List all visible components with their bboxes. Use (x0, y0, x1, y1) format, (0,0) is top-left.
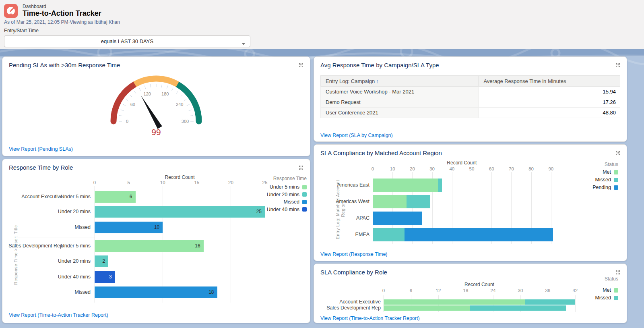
x-tick-label: 50 (464, 166, 480, 171)
legend-swatch (614, 288, 618, 293)
panel-sla-compliance-region: SLA Compliance by Matched Account Region… (314, 144, 627, 261)
filter-value: equals LAST 30 DAYS (101, 38, 153, 44)
x-tick-label: 10 (155, 180, 171, 185)
legend-swatch (302, 192, 307, 197)
legend-swatch (614, 170, 618, 174)
column-header-campaign[interactable]: Entry Log: Campaign ↑ (321, 76, 479, 87)
bar-value-label: 16 (95, 240, 200, 252)
x-tick-label: 36 (540, 288, 556, 293)
bar-value-label: 10 (95, 222, 159, 233)
legend-item[interactable]: Under 5 mins (246, 184, 307, 190)
bar-value-label: 25 (95, 206, 262, 218)
legend-swatch (614, 296, 618, 300)
gauge-needle (141, 95, 162, 129)
x-tick-label: 0 (376, 288, 392, 293)
bar-value-label: 6 (95, 191, 132, 203)
category-label: Missed (38, 286, 91, 298)
bar-segment-missed[interactable] (373, 228, 405, 241)
object-type-label: Dashboard (23, 4, 46, 9)
svg-text:60: 60 (130, 102, 135, 107)
legend-item[interactable]: Met (558, 287, 618, 293)
view-report-link-tta-report-2[interactable]: View Report (Time-to-Action Tracker Repo… (320, 316, 420, 321)
svg-text:180: 180 (161, 91, 169, 96)
panel-title-avg-response-time: Avg Response Time by Campaign/SLA Type (320, 62, 439, 69)
legend-item[interactable]: Missed (246, 199, 307, 205)
category-label: Americas East (305, 182, 369, 188)
expand-icon[interactable] (614, 62, 621, 69)
x-axis-title: Record Count (152, 174, 208, 180)
date-filter-dropdown[interactable]: equals LAST 30 DAYS (4, 35, 250, 47)
view-report-link-pending-slas[interactable]: View Report (Pending SLAs) (9, 146, 73, 152)
y-axis-title: Response Time > User: Title (13, 195, 19, 316)
dashboard-header: Dashboard Time-to-Action Tracker As of M… (0, 0, 644, 49)
bar-segment-met[interactable] (373, 195, 407, 208)
cell-campaign: Demo Request (321, 97, 479, 108)
bar-segment-pending[interactable] (405, 228, 553, 241)
dashboard-app: Dashboard Time-to-Action Tracker As of M… (0, 0, 644, 328)
x-tick-label: 6 (403, 288, 419, 293)
panel-sla-compliance-role: SLA Compliance by Role Record Count06121… (314, 264, 627, 323)
panel-pending-slas: Pending SLAs with >30m Response Time 060… (2, 56, 310, 156)
legend-title: Status (566, 276, 618, 282)
legend-label: Pending (592, 185, 611, 190)
x-tick-label: 30 (424, 166, 440, 171)
x-tick-label: 90 (543, 166, 559, 171)
sort-ascending-icon: ↑ (376, 78, 379, 84)
legend-label: Under 40 mins (267, 207, 299, 212)
legend-swatch (302, 207, 307, 212)
legend-item[interactable]: Missed (558, 177, 618, 183)
panel-avg-response-time: Avg Response Time by Campaign/SLA Type E… (314, 56, 627, 142)
legend-label: Missed (595, 177, 611, 183)
pending-slas-gauge-chart: 06012018024030099 (2, 57, 310, 156)
svg-text:120: 120 (144, 91, 151, 96)
bar-segment-met[interactable] (384, 299, 525, 305)
bar-value-label: 18 (95, 286, 214, 298)
y-axis-title: Entry Log: Matched Account Region (335, 179, 346, 240)
bar-segment-missed[interactable] (525, 299, 575, 305)
x-tick-label: 60 (483, 166, 500, 171)
cell-campaign: Customer Voice Workshop - Mar 2021 (321, 87, 479, 97)
bar-value-label: 2 (95, 255, 105, 267)
legend-item[interactable]: Met (558, 169, 618, 175)
category-label: Under 5 mins (38, 191, 91, 203)
legend-label: Met (603, 169, 611, 175)
table-row[interactable]: Customer Voice Workshop - Mar 202115.94 (321, 87, 620, 97)
x-tick-label: 18 (458, 288, 474, 293)
x-tick-label: 0 (365, 166, 381, 171)
category-label: Sales Development Rep (316, 305, 381, 311)
table-row[interactable]: Demo Request17.26 (321, 97, 620, 108)
x-tick-label: 80 (523, 166, 539, 171)
x-axis-title: Record Count (451, 282, 508, 287)
filter-label: Entry/Start Time (4, 28, 39, 33)
legend-item[interactable]: Under 20 mins (246, 192, 307, 197)
view-report-link-response-time[interactable]: View Report (Response Time) (320, 251, 388, 257)
category-label: Under 40 mins (38, 271, 91, 283)
legend-label: Missed (283, 199, 299, 205)
bar-segment-missed[interactable] (438, 179, 442, 192)
bar-segment-met[interactable] (373, 179, 438, 192)
table-row[interactable]: User Conference 202148.80 (321, 108, 620, 118)
view-report-link-sla-by-campaign[interactable]: View Report (SLA by Campaign) (320, 133, 393, 138)
legend-title: Status (566, 162, 618, 167)
column-header-avg-minutes[interactable]: Average Response Time in Minutes (479, 76, 620, 87)
bar-segment-pending[interactable] (373, 212, 422, 225)
dashboard-refresh-info: As of Mar 25, 2021, 12:05 PM·Viewing as … (4, 19, 120, 25)
bar-segment-missed[interactable] (470, 305, 566, 311)
grid-line (231, 186, 231, 303)
page-title: Time-to-Action Tracker (23, 9, 101, 18)
category-label: Under 20 mins (38, 255, 91, 267)
cell-campaign: User Conference 2021 (321, 108, 479, 118)
category-label: Americas West (305, 199, 369, 205)
panel-response-time-by-role: Response Time by Role Record Count051015… (2, 159, 310, 323)
bar-segment-met[interactable] (384, 305, 470, 311)
bar-segment-missed[interactable] (407, 195, 430, 208)
category-label: Under 20 mins (38, 206, 91, 218)
svg-text:0: 0 (126, 119, 128, 124)
view-report-link-tta-report[interactable]: View Report (Time-to-Action Tracker Repo… (9, 312, 108, 318)
x-tick-label: 30 (512, 288, 528, 293)
cell-avg-minutes: 48.80 (479, 108, 620, 118)
dashboard-icon (4, 4, 18, 18)
category-label: Under 5 mins (38, 240, 91, 252)
legend-item[interactable]: Pending (558, 185, 618, 190)
x-tick-label: 24 (485, 288, 501, 293)
